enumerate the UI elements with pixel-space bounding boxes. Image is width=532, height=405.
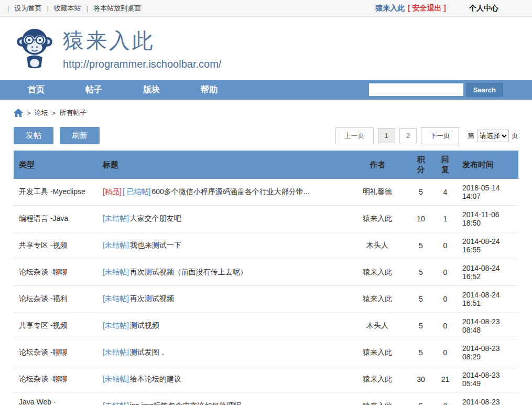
- site-header: 猿来入此 http://programmer.ischoolbar.com/: [0, 17, 532, 80]
- post-title-link[interactable]: 给本论坛的建议: [130, 375, 181, 383]
- cell-title: [未结帖]大家交个朋友吧: [97, 206, 346, 232]
- nav-item-boards[interactable]: 版块: [123, 80, 180, 100]
- table-row: 共享专区 -视频 [未结帖]测试视频 木头人 5 0 2014-08-23 08…: [14, 313, 518, 339]
- nav-item-posts[interactable]: 帖子: [65, 80, 123, 100]
- site-title-block: 猿来入此 http://programmer.ischoolbar.com/: [63, 26, 221, 70]
- page-number-1[interactable]: 1: [378, 128, 395, 143]
- cell-score: 5: [408, 179, 433, 206]
- table-row: Java Web -JSP/Servlet [未结帖]jsp img标签包含中文…: [14, 393, 518, 405]
- cell-title: [未结帖]jsp img标签包含中文该如何处理呢: [97, 393, 346, 405]
- separator: |: [86, 4, 88, 12]
- cell-title: [未结帖]测试视频: [97, 313, 346, 339]
- breadcrumb: > 论坛 > 所有帖子: [0, 100, 532, 124]
- breadcrumb-forum[interactable]: 论坛: [35, 108, 48, 118]
- post-tag[interactable]: [未结帖]: [103, 214, 129, 222]
- cell-type: 共享专区 -视频: [14, 232, 97, 259]
- post-title-link[interactable]: 测试发图，: [130, 348, 167, 356]
- header-author: 作者: [346, 151, 408, 179]
- cell-type: 开发工具 -Myeclipse: [14, 179, 97, 206]
- cell-replies: 1: [433, 206, 457, 232]
- post-tag[interactable]: [未结帖]: [103, 321, 129, 329]
- breadcrumb-all-posts[interactable]: 所有帖子: [59, 108, 86, 118]
- cell-replies: 0: [433, 339, 457, 366]
- site-url[interactable]: http://programmer.ischoolbar.com/: [63, 58, 221, 70]
- next-page-button[interactable]: 下一页: [421, 127, 459, 144]
- posts-table: 类型 标题 作者 积分 回复 发布时间 开发工具 -Myeclipse [精品]…: [14, 151, 518, 405]
- post-title-link[interactable]: 再次测试视频（前面没有传上去呢）: [130, 268, 247, 276]
- refresh-button[interactable]: 刷新: [60, 127, 100, 144]
- cell-time: 2014-08-24 16:55: [457, 232, 518, 259]
- cell-type: 论坛杂谈 -聊聊: [14, 339, 97, 366]
- post-tag[interactable]: [ 已结帖]: [123, 187, 151, 196]
- cell-title: [未结帖]给本论坛的建议: [97, 366, 346, 393]
- toolbar: 发帖 刷新 上一页 1 2 下一页 第 请选择 页: [0, 124, 532, 150]
- nav-search-area: Search: [369, 83, 525, 97]
- header-title: 标题: [97, 151, 346, 179]
- cell-score: 5: [408, 393, 433, 405]
- cell-score: 10: [408, 206, 433, 232]
- post-tag[interactable]: [精品]: [103, 187, 122, 196]
- post-title-link[interactable]: 我也来测试一下: [130, 241, 181, 249]
- search-button[interactable]: Search: [466, 83, 503, 97]
- cell-type: Java Web -JSP/Servlet: [14, 393, 97, 405]
- post-title-link[interactable]: 大家交个朋友吧: [130, 214, 181, 222]
- cell-time: 2014-11-06 18:50: [457, 206, 518, 232]
- prev-page-button[interactable]: 上一页: [335, 127, 374, 144]
- nav-item-help[interactable]: 帮助: [180, 80, 238, 100]
- cell-time: 2014-08-24 16:52: [457, 259, 518, 286]
- post-tag[interactable]: [未结帖]: [103, 294, 129, 303]
- post-title-link[interactable]: 600多个微信小程序源码涵盖各个行业大部分带...: [151, 187, 309, 196]
- username-link[interactable]: 猿来入此: [375, 4, 405, 13]
- cell-type: 编程语言 -Java: [14, 206, 97, 232]
- user-center-link[interactable]: 个人中心: [469, 4, 498, 13]
- new-post-button[interactable]: 发帖: [14, 127, 53, 144]
- post-tag[interactable]: [未结帖]: [103, 348, 129, 356]
- cell-time: 2018-05-14 14:07: [457, 179, 518, 206]
- nav-item-home[interactable]: 首页: [7, 80, 65, 100]
- post-title-link[interactable]: 再次测试视频: [130, 294, 174, 303]
- cell-author: 明礼馨德: [346, 179, 408, 206]
- separator: |: [7, 4, 9, 12]
- home-icon[interactable]: [14, 109, 23, 117]
- table-body: 开发工具 -Myeclipse [精品][ 已结帖]600多个微信小程序源码涵盖…: [14, 179, 518, 405]
- cell-author: 木头人: [346, 313, 408, 339]
- cell-time: 2014-08-23 08:29: [457, 339, 518, 366]
- post-tag[interactable]: [未结帖]: [103, 375, 129, 383]
- cell-title: [未结帖]再次测试视频: [97, 286, 346, 313]
- set-homepage-link[interactable]: 设为首页: [14, 4, 41, 13]
- pagination: 上一页 1 2 下一页 第 请选择 页: [335, 127, 518, 144]
- cell-time: 2014-08-23 05:49: [457, 366, 518, 393]
- cell-score: 5: [408, 286, 433, 313]
- post-title-link[interactable]: jsp img标签包含中文该如何处理呢: [130, 401, 241, 405]
- topbar-user-area: 猿来入此 [ 安全退出 ] 个人中心: [375, 4, 525, 13]
- cell-time: 2014-08-23 08:48: [457, 313, 518, 339]
- page-select[interactable]: 请选择: [477, 130, 509, 142]
- cell-replies: 4: [433, 179, 457, 206]
- bookmark-link[interactable]: 收藏本站: [54, 4, 81, 13]
- main-nav: 首页 帖子 版块 帮助 Search: [0, 80, 532, 100]
- cell-replies: 0: [433, 232, 457, 259]
- post-tag[interactable]: [未结帖]: [103, 241, 129, 249]
- page-number-2[interactable]: 2: [399, 128, 417, 143]
- cell-score: 5: [408, 313, 433, 339]
- cell-type: 论坛杂谈 -聊聊: [14, 259, 97, 286]
- topbar: | 设为首页 | 收藏本站 | 将本站放到桌面 猿来入此 [ 安全退出 ] 个人…: [0, 0, 532, 17]
- cell-replies: 21: [433, 366, 457, 393]
- cell-title: [未结帖]我也来测试一下: [97, 232, 346, 259]
- post-tag[interactable]: [未结帖]: [103, 401, 129, 405]
- cell-type: 论坛杂谈 -聊聊: [14, 366, 97, 393]
- table-row: 编程语言 -Java [未结帖]大家交个朋友吧 猿来入此 10 1 2014-1…: [14, 206, 518, 232]
- cell-title: [未结帖]再次测试视频（前面没有传上去呢）: [97, 259, 346, 286]
- cell-replies: 0: [433, 259, 457, 286]
- desktop-shortcut-link[interactable]: 将本站放到桌面: [93, 4, 141, 13]
- logout-link[interactable]: [ 安全退出 ]: [408, 4, 446, 13]
- search-input[interactable]: [369, 83, 463, 96]
- monkey-logo-icon: [16, 26, 53, 70]
- cell-author: 猿来入此: [346, 339, 408, 366]
- post-tag[interactable]: [未结帖]: [103, 268, 129, 276]
- topbar-links: | 设为首页 | 收藏本站 | 将本站放到桌面: [7, 4, 141, 13]
- post-title-link[interactable]: 测试视频: [130, 321, 159, 329]
- cell-author: 猿来入此: [346, 366, 408, 393]
- table-row: 开发工具 -Myeclipse [精品][ 已结帖]600多个微信小程序源码涵盖…: [14, 179, 518, 206]
- table-row: 共享专区 -视频 [未结帖]我也来测试一下 木头人 5 0 2014-08-24…: [14, 232, 518, 259]
